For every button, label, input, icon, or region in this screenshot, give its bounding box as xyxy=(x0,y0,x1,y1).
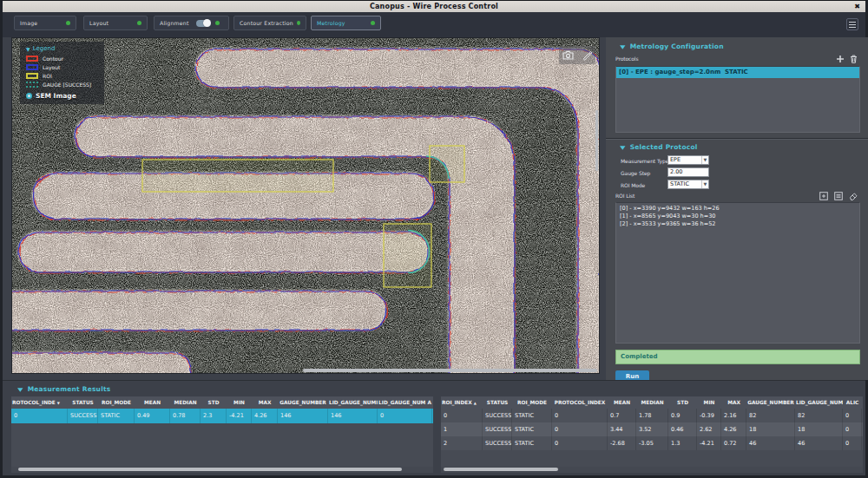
section-header: ▼ Selected Protocol xyxy=(621,143,698,151)
table-cell: STATIC xyxy=(512,409,552,422)
column-header[interactable]: STD xyxy=(201,396,227,409)
vscroll-thumb[interactable] xyxy=(595,110,598,171)
roi-list-item[interactable]: [0] - x=3390 y=9432 w=163 h=26 xyxy=(620,205,856,213)
table-cell: STATIC xyxy=(512,422,552,436)
column-header[interactable]: MEDIAN xyxy=(170,396,201,409)
column-header[interactable]: MEDIAN xyxy=(636,396,668,409)
protocols-list[interactable]: [0] - EPE : gauge_step=2.0nm STATIC xyxy=(615,66,860,133)
column-header[interactable]: MAX xyxy=(252,396,278,409)
image-hscrollbar[interactable] xyxy=(12,368,599,373)
table-cell: -4.21 xyxy=(227,409,252,423)
chevron-down-icon[interactable]: ▼ xyxy=(701,180,708,188)
add-protocol-icon[interactable] xyxy=(836,55,845,63)
tab-contour-extraction[interactable]: Contour Extraction xyxy=(233,16,306,30)
measurement-type-value: EPE xyxy=(670,156,681,163)
gauge-step-input[interactable]: 2.00 xyxy=(667,167,709,177)
tab-label: Contour Extraction xyxy=(240,20,293,26)
roi-rect-1[interactable] xyxy=(430,146,464,182)
sem-image-view[interactable]: ▼ Legend Contour Layout ROI GAUGE [SUCCE… xyxy=(11,37,600,374)
add-roi-icon[interactable] xyxy=(819,192,828,200)
contour-swatch xyxy=(26,56,38,62)
measurement-type-select[interactable]: EPE ▼ xyxy=(667,155,709,165)
column-header[interactable]: STD xyxy=(668,396,697,409)
delete-protocol-icon[interactable] xyxy=(850,55,858,63)
column-header[interactable]: MEAN xyxy=(608,396,636,409)
table-row[interactable]: 2SUCCESSSTATIC0-2.68-3.051.3-4.210.72464… xyxy=(441,436,863,450)
column-header[interactable]: ROI_MODE xyxy=(98,396,135,409)
column-header[interactable]: STATUS xyxy=(483,396,512,409)
tab-label: Layout xyxy=(89,20,108,26)
table-cell: 4.26 xyxy=(721,422,746,436)
hscroll-thumb[interactable] xyxy=(303,369,597,372)
chevron-down-icon[interactable]: ▼ xyxy=(17,386,23,392)
menu-icon[interactable] xyxy=(846,18,858,30)
column-header[interactable]: ALIC xyxy=(843,396,862,409)
table-cell: 0.46 xyxy=(668,422,697,436)
column-header[interactable]: GAUGE_NUMBER xyxy=(746,396,795,409)
table-hscroll-thumb[interactable] xyxy=(18,468,402,471)
gauge-swatch xyxy=(26,82,38,88)
chevron-down-icon[interactable]: ▼ xyxy=(620,43,625,49)
column-header[interactable]: GAUGE_NUMBER xyxy=(278,396,328,409)
roi-mode-select[interactable]: STATIC ▼ xyxy=(667,180,709,189)
column-header[interactable]: MEAN xyxy=(135,396,170,409)
alignment-toggle[interactable] xyxy=(196,20,211,27)
table-cell: 18 xyxy=(795,422,843,436)
table-cell: 2.16 xyxy=(721,409,746,422)
table-cell: 0 xyxy=(843,422,862,436)
legend-item-contour: Contour xyxy=(26,56,104,62)
protocol-item-selected[interactable]: [0] - EPE : gauge_step=2.0nm STATIC xyxy=(616,67,859,78)
camera-icon[interactable] xyxy=(562,50,574,60)
roi-list-item[interactable]: [1] - x=8565 y=9043 w=30 h=30 xyxy=(620,213,856,220)
tab-layout[interactable]: Layout xyxy=(83,16,148,30)
column-header[interactable]: ROI_MODE xyxy=(512,396,552,409)
chevron-down-icon[interactable]: ▼ xyxy=(620,144,625,150)
legend-item-label: Contour xyxy=(43,56,63,62)
column-header[interactable]: MAX xyxy=(721,396,746,409)
image-vscrollbar[interactable] xyxy=(595,38,599,373)
column-header[interactable]: MIN xyxy=(227,396,252,409)
protocol-results-table[interactable]: ROTOCOL_INDE ▼STATUSROI_MODEMEANMEDIANST… xyxy=(11,396,433,473)
column-header[interactable]: PROTOCOL_INDEX xyxy=(552,396,608,409)
column-header[interactable]: ROTOCOL_INDE ▼ xyxy=(11,396,68,409)
roi-results-table[interactable]: ROI_INDEX ▲STATUSROI_MODEPROTOCOL_INDEXM… xyxy=(441,396,863,473)
table-row[interactable]: 0SUCCESSSTATIC0.490.782.3-4.214.26146146… xyxy=(11,409,433,423)
table-row[interactable]: 0SUCCESSSTATIC00.71.780.9-0.392.1682820 xyxy=(441,409,863,422)
table-cell: 82 xyxy=(795,409,843,422)
roi-list-item[interactable]: [2] - x=3533 y=9365 w=36 h=52 xyxy=(620,220,856,228)
legend-item-label: ROI xyxy=(43,73,52,79)
field-label: ROI Mode xyxy=(621,182,645,188)
column-header[interactable]: ROI_INDEX ▲ xyxy=(441,396,483,409)
tab-alignment[interactable]: Alignment xyxy=(154,16,229,30)
column-header[interactable]: MIN xyxy=(697,396,721,409)
table-cell: -2.68 xyxy=(608,436,636,450)
table-cell: SUCCESS xyxy=(483,422,512,436)
table-cell: 4.26 xyxy=(252,409,278,423)
tab-metrology[interactable]: Metrology xyxy=(311,16,381,30)
legend-item-layout: Layout xyxy=(26,64,104,70)
table-cell: 0 xyxy=(843,409,862,422)
table-cell: 46 xyxy=(795,436,843,450)
chevron-down-icon[interactable]: ▼ xyxy=(701,156,708,164)
roi-list[interactable]: [0] - x=3390 y=9432 w=163 h=26 [1] - x=8… xyxy=(615,202,860,344)
edit-roi-icon[interactable] xyxy=(834,192,843,200)
table-header-row: ROI_INDEX ▲STATUSROI_MODEPROTOCOL_INDEXM… xyxy=(441,396,863,409)
table-cell: 2.62 xyxy=(697,422,721,436)
protocols-label: Protocols xyxy=(615,56,638,62)
pencil-icon[interactable] xyxy=(582,50,592,61)
legend-item-roi: ROI xyxy=(26,73,104,79)
roi-rect-0[interactable] xyxy=(142,160,333,192)
table-row[interactable]: 1SUCCESSSTATIC03.443.520.462.624.2618180 xyxy=(441,422,863,436)
delete-roi-icon[interactable] xyxy=(849,192,858,200)
table-cell: 82 xyxy=(746,409,795,422)
roi-rect-2[interactable] xyxy=(384,224,431,287)
column-header[interactable]: LID_GAUGE_NUM A xyxy=(378,396,432,409)
sort-arrow-icon: ▲ xyxy=(474,401,477,405)
column-header[interactable]: STATUS xyxy=(68,396,98,409)
tab-image[interactable]: Image xyxy=(14,16,76,30)
column-header[interactable]: LID_GAUGE_NUMB xyxy=(795,396,843,409)
close-icon[interactable]: ✖ xyxy=(853,3,861,10)
table-hscroll-thumb[interactable] xyxy=(444,468,558,471)
column-header[interactable]: LID_GAUGE_NUMI xyxy=(328,396,378,409)
roi-mode-value: STATIC xyxy=(670,180,689,187)
